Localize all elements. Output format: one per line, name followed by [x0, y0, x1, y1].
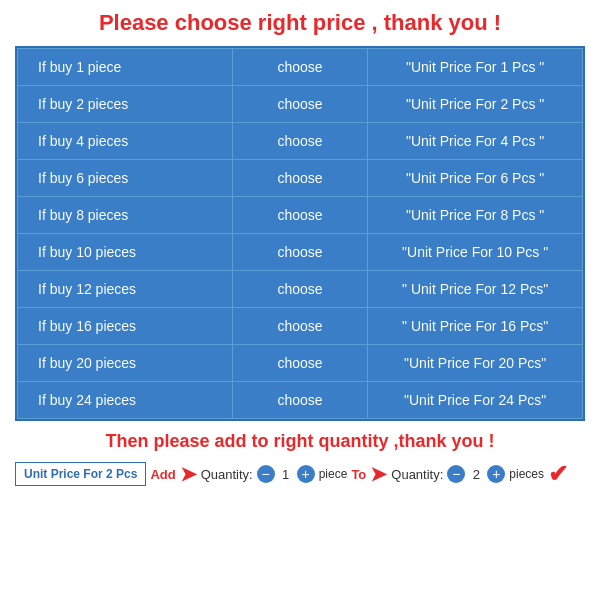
buy-cell: If buy 4 pieces	[18, 123, 233, 160]
buy-cell: If buy 2 pieces	[18, 86, 233, 123]
buy-cell: If buy 1 piece	[18, 49, 233, 86]
main-page: Please choose right price , thank you ! …	[0, 0, 600, 600]
price-table-wrapper: If buy 1 piecechoose"Unit Price For 1 Pc…	[15, 46, 585, 421]
action-cell[interactable]: choose	[232, 271, 368, 308]
action-cell[interactable]: choose	[232, 86, 368, 123]
table-row: If buy 24 pieceschoose"Unit Price For 24…	[18, 382, 583, 419]
arrow-right-1: ➤	[180, 462, 197, 486]
action-cell[interactable]: choose	[232, 160, 368, 197]
quantity-label-2: Quantity:	[391, 467, 443, 482]
qty2-minus-button[interactable]: −	[447, 465, 465, 483]
price-cell: "Unit Price For 1 Pcs "	[368, 49, 583, 86]
price-cell: "Unit Price For 6 Pcs "	[368, 160, 583, 197]
buy-cell: If buy 16 pieces	[18, 308, 233, 345]
price-cell: "Unit Price For 24 Pcs"	[368, 382, 583, 419]
table-row: If buy 8 pieceschoose"Unit Price For 8 P…	[18, 197, 583, 234]
price-cell: " Unit Price For 12 Pcs"	[368, 271, 583, 308]
buy-cell: If buy 12 pieces	[18, 271, 233, 308]
action-cell[interactable]: choose	[232, 345, 368, 382]
buy-cell: If buy 6 pieces	[18, 160, 233, 197]
action-cell[interactable]: choose	[232, 308, 368, 345]
action-cell[interactable]: choose	[232, 382, 368, 419]
quantity-label-1: Quantity:	[201, 467, 253, 482]
unit-price-box: Unit Price For 2 Pcs	[15, 462, 146, 486]
buy-cell: If buy 24 pieces	[18, 382, 233, 419]
price-cell: "Unit Price For 10 Pcs "	[368, 234, 583, 271]
qty1-plus-button[interactable]: +	[297, 465, 315, 483]
action-cell[interactable]: choose	[232, 49, 368, 86]
action-cell[interactable]: choose	[232, 234, 368, 271]
qty-control-1: − 1 +	[257, 465, 315, 483]
footer-text: Then please add to right quantity ,thank…	[105, 431, 494, 452]
price-cell: "Unit Price For 4 Pcs "	[368, 123, 583, 160]
table-row: If buy 6 pieceschoose"Unit Price For 6 P…	[18, 160, 583, 197]
qty2-plus-button[interactable]: +	[487, 465, 505, 483]
piece-label: piece	[319, 467, 348, 481]
checkmark-icon: ✔	[548, 460, 568, 488]
price-cell: "Unit Price For 20 Pcs"	[368, 345, 583, 382]
price-cell: "Unit Price For 2 Pcs "	[368, 86, 583, 123]
main-title: Please choose right price , thank you !	[99, 10, 501, 36]
table-row: If buy 10 pieceschoose"Unit Price For 10…	[18, 234, 583, 271]
pieces-label: pieces	[509, 467, 544, 481]
table-row: If buy 4 pieceschoose"Unit Price For 4 P…	[18, 123, 583, 160]
table-row: If buy 1 piecechoose"Unit Price For 1 Pc…	[18, 49, 583, 86]
to-label: To	[351, 467, 366, 482]
qty2-value: 2	[468, 467, 484, 482]
qty-control-2: − 2 +	[447, 465, 505, 483]
action-cell[interactable]: choose	[232, 123, 368, 160]
price-cell: "Unit Price For 8 Pcs "	[368, 197, 583, 234]
qty1-value: 1	[278, 467, 294, 482]
add-label: Add	[150, 467, 175, 482]
table-row: If buy 2 pieceschoose"Unit Price For 2 P…	[18, 86, 583, 123]
buy-cell: If buy 8 pieces	[18, 197, 233, 234]
action-cell[interactable]: choose	[232, 197, 368, 234]
arrow-right-2: ➤	[370, 462, 387, 486]
price-table: If buy 1 piecechoose"Unit Price For 1 Pc…	[17, 48, 583, 419]
qty1-minus-button[interactable]: −	[257, 465, 275, 483]
table-row: If buy 16 pieceschoose" Unit Price For 1…	[18, 308, 583, 345]
buy-cell: If buy 20 pieces	[18, 345, 233, 382]
price-cell: " Unit Price For 16 Pcs"	[368, 308, 583, 345]
table-row: If buy 12 pieceschoose" Unit Price For 1…	[18, 271, 583, 308]
buy-cell: If buy 10 pieces	[18, 234, 233, 271]
bottom-bar: Unit Price For 2 Pcs Add ➤ Quantity: − 1…	[15, 460, 585, 488]
table-row: If buy 20 pieceschoose"Unit Price For 20…	[18, 345, 583, 382]
